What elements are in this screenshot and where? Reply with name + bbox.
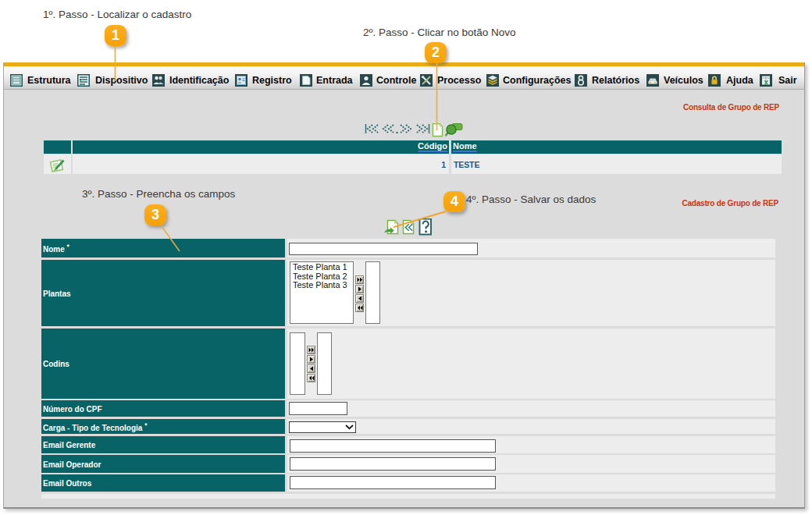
svg-text:x: x	[764, 78, 768, 87]
